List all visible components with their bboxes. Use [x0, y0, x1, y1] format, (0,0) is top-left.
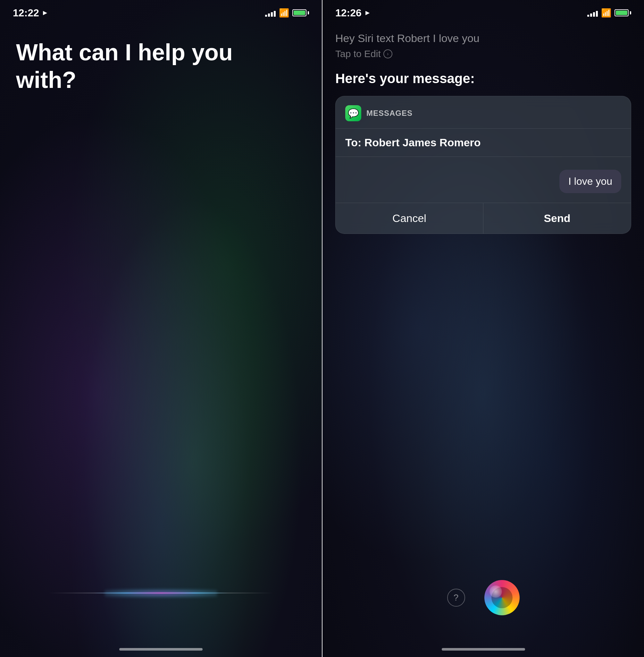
left-location-icon: ►	[42, 9, 49, 17]
r-signal-bar-4	[596, 11, 598, 17]
r-signal-bar-2	[590, 14, 592, 17]
tap-to-edit-chevron-icon[interactable]: ›	[383, 49, 392, 58]
signal-bar-4	[274, 11, 276, 17]
left-battery-tip	[308, 11, 309, 15]
left-time-text: 12:22	[13, 7, 39, 19]
left-home-indicator	[119, 648, 203, 651]
right-time-text: 12:26	[335, 7, 362, 19]
right-main-content: Hey Siri text Robert I love you Tap to E…	[322, 0, 644, 234]
send-button[interactable]: Send	[483, 203, 631, 234]
message-to-line: To: Robert James Romero	[336, 129, 631, 157]
signal-bar-2	[268, 14, 270, 17]
message-card-header: 💬 MESSAGES	[336, 96, 631, 129]
right-battery-fill	[616, 10, 627, 15]
tap-to-edit-row[interactable]: Tap to Edit ›	[335, 48, 631, 59]
siri-ball[interactable]	[484, 580, 520, 615]
heres-message-label: Here's your message:	[335, 71, 631, 86]
waveform-glow	[105, 589, 217, 597]
siri-waveform	[0, 580, 322, 606]
messages-app-icon: 💬	[345, 105, 361, 121]
r-signal-bar-1	[587, 15, 589, 17]
cancel-button[interactable]: Cancel	[336, 203, 483, 234]
messages-emoji: 💬	[348, 108, 359, 119]
signal-bar-3	[271, 12, 273, 17]
r-signal-bar-3	[593, 12, 595, 17]
right-status-bar: 12:26 ► 📶	[322, 0, 644, 26]
signal-bar-1	[265, 15, 267, 17]
siri-help-button[interactable]: ?	[447, 589, 465, 607]
right-battery-body	[615, 9, 629, 16]
left-status-icons: 📶	[265, 8, 309, 18]
message-card-actions: Cancel Send	[336, 203, 631, 234]
right-wifi-icon: 📶	[601, 8, 611, 18]
tap-to-edit-text[interactable]: Tap to Edit	[335, 48, 381, 59]
left-battery-fill	[294, 10, 305, 15]
left-status-time: 12:22 ►	[13, 7, 49, 19]
siri-voice-query: Hey Siri text Robert I love you	[335, 32, 631, 45]
right-home-indicator	[442, 648, 525, 651]
siri-ball-area: ?	[447, 580, 520, 615]
right-panel: 12:26 ► 📶 Hey Siri text Robert I love yo…	[322, 0, 644, 657]
messages-app-label: MESSAGES	[366, 109, 413, 118]
left-panel: 12:22 ► 📶 What can I help you with?	[0, 0, 322, 657]
left-signal-icon	[265, 9, 276, 17]
left-battery-icon	[292, 9, 309, 16]
right-signal-icon	[587, 9, 598, 17]
left-background-overlay	[0, 0, 322, 657]
siri-ball-inner	[484, 580, 520, 615]
siri-ball-shine	[489, 586, 502, 598]
message-to-text: To: Robert James Romero	[345, 136, 481, 149]
siri-question-text: What can I help you with?	[16, 39, 240, 94]
right-status-icons: 📶	[587, 8, 631, 18]
message-bubble: I love you	[559, 170, 621, 193]
right-location-icon: ►	[364, 9, 371, 17]
right-battery-tip	[630, 11, 631, 15]
left-status-bar: 12:22 ► 📶	[0, 0, 322, 26]
left-wifi-icon: 📶	[279, 8, 289, 18]
message-card: 💬 MESSAGES To: Robert James Romero I lov…	[335, 96, 631, 234]
right-status-time: 12:26 ►	[335, 7, 371, 19]
message-body: I love you	[336, 157, 631, 203]
left-battery-body	[292, 9, 306, 16]
waveform-line	[49, 593, 273, 593]
right-battery-icon	[615, 9, 631, 16]
